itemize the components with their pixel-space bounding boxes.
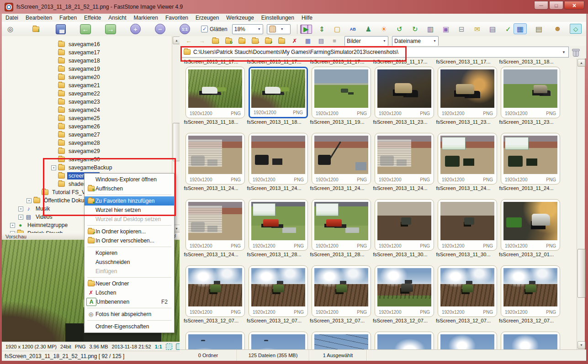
- tree-item-savegame22[interactable]: savegame22: [2, 90, 180, 98]
- menu-favoriten[interactable]: Favoriten: [162, 14, 192, 21]
- open-folder-icon[interactable]: ⇩: [30, 23, 42, 35]
- thumbnail-card[interactable]: [501, 332, 560, 349]
- slideshow-icon[interactable]: ▶: [300, 25, 312, 34]
- thumbnail-filename[interactable]: fsScreen_2013_11_24...: [180, 185, 243, 191]
- menu-hilfe[interactable]: Hilfe: [298, 14, 316, 21]
- context-menu-item-zu-favoriten-hinzufugen[interactable]: ★Zu Favoriten hinzufügen: [85, 196, 174, 206]
- thumbnail-card[interactable]: 1920x1200PNG: [185, 199, 245, 251]
- email-images-icon[interactable]: ✉: [471, 23, 483, 35]
- zoom-select[interactable]: 18%: [232, 24, 263, 34]
- compare-images-icon[interactable]: ▥: [425, 23, 436, 35]
- thumbnail-filename[interactable]: fsScreen_2013_12_07...: [495, 318, 558, 323]
- view-list-icon[interactable]: ≡: [329, 37, 340, 45]
- tree-item-savegame20[interactable]: savegame20: [2, 73, 180, 81]
- context-menu-item-umbenennen[interactable]: AUmbenennenF2: [85, 297, 174, 306]
- clone-stamp-icon[interactable]: ♟: [363, 23, 374, 35]
- menu-ansicht[interactable]: Ansicht: [105, 14, 130, 21]
- context-menu-item-ordner-eigenschaften[interactable]: Ordner-Eigenschaften: [85, 322, 174, 331]
- menu-datei[interactable]: Datei: [2, 14, 22, 21]
- thumbnail-card[interactable]: 1920x1200PNG: [249, 199, 308, 251]
- adjust-lighting-icon[interactable]: ☀: [378, 23, 390, 35]
- file-type-filter-select[interactable]: Bilder: [344, 36, 388, 46]
- thumbnail-card[interactable]: 1920x1200PNG: [438, 67, 497, 118]
- thumbnail-filename[interactable]: fsScreen_2013_11_24...: [243, 185, 306, 191]
- resize-icon[interactable]: ⇕: [316, 23, 328, 35]
- thumbnail-card[interactable]: 1920x1200PNG: [185, 67, 245, 118]
- thumbnail-card[interactable]: 1920x1200PNG: [312, 265, 371, 317]
- next-image-icon[interactable]: →: [105, 24, 116, 34]
- thumbnail-card[interactable]: 1920x1200PNG: [375, 265, 434, 317]
- forward-icon[interactable]: →: [196, 37, 207, 45]
- hand-tool-select[interactable]: [267, 24, 291, 34]
- context-menu-item-in-ordner-verschieben[interactable]: →In Ordner verschieben...: [85, 236, 174, 245]
- back-icon[interactable]: ←: [183, 37, 194, 45]
- tree-item-savegame26[interactable]: savegame26: [2, 122, 180, 131]
- thumbnail-card[interactable]: 1920x1200PNG: [501, 133, 560, 185]
- thumbnail-filename[interactable]: fsScreen_2013_11_17...: [369, 59, 432, 64]
- crop-board-icon[interactable]: ▢: [332, 23, 343, 35]
- thumb-scroll-thumb[interactable]: [577, 249, 585, 298]
- thumbnail-card[interactable]: 1920x1200PNG: [375, 199, 434, 251]
- context-menu-item-wurzel-auf-desktop-setzen[interactable]: Wurzel auf Desktop setzen: [85, 215, 174, 224]
- thumbnail-filename[interactable]: fsScreen_2013_11_24...: [306, 185, 369, 191]
- portrait-mode-icon[interactable]: ☻: [551, 23, 564, 34]
- screen-capture-icon[interactable]: ▣: [440, 23, 452, 35]
- refresh-folder-icon[interactable]: ↻: [223, 37, 234, 45]
- thumbnail-filename[interactable]: fsScreen_2013_11_17...: [180, 59, 243, 64]
- move-to-folder-icon[interactable]: →: [276, 37, 287, 45]
- context-menu-item-fotos-hier-abspeichern[interactable]: ◎Fotos hier abspeichern: [85, 310, 174, 319]
- thumbnail-filename[interactable]: fsScreen_2013_11_30...: [369, 252, 432, 257]
- tree-item-savegame28[interactable]: savegame28: [2, 139, 180, 147]
- actual-size-icon[interactable]: 1:1: [180, 24, 190, 34]
- thumbnail-card[interactable]: [185, 332, 245, 349]
- browser-mode-icon[interactable]: ▦: [514, 23, 527, 34]
- tree-item-savegame16[interactable]: savegame16: [2, 40, 180, 48]
- rotate-left-90-icon[interactable]: ↺: [394, 23, 405, 35]
- tree-item-savegame21[interactable]: savegame21: [2, 81, 180, 90]
- thumbnail-filename[interactable]: fsScreen_2013_11_18...: [243, 119, 306, 125]
- thumbnail-filename[interactable]: fsScreen_2013_11_24...: [369, 185, 432, 191]
- sort-order-select[interactable]: Dateiname: [392, 36, 439, 46]
- title-bar[interactable]: fsScreen_2013_11_18_21_52_11.png - FastS…: [0, 0, 588, 14]
- thumbnail-filename[interactable]: fsScreen_2013_12_07...: [243, 318, 306, 323]
- menu-erzeugen[interactable]: Erzeugen: [192, 14, 222, 21]
- thumbnail-filename[interactable]: fsScreen_2013_12_07...: [180, 318, 243, 323]
- tree-item-savegamebackup[interactable]: +savegameBackup: [2, 164, 180, 172]
- thumbnail-card[interactable]: 1920x1200PNG: [501, 67, 560, 118]
- recycle-bin-icon[interactable]: [571, 47, 580, 57]
- expander-icon[interactable]: +: [18, 206, 23, 211]
- delete-file-icon[interactable]: ✗: [289, 37, 300, 45]
- selector-tool-icon[interactable]: [166, 343, 172, 350]
- thumbnail-card[interactable]: [312, 332, 371, 349]
- tree-item-savegame19[interactable]: savegame19: [2, 65, 180, 73]
- thumbnail-card[interactable]: 1920x1200PNG: [312, 133, 371, 185]
- context-menu-item-auffrischen[interactable]: ↻Auffrischen: [85, 184, 174, 193]
- thumbnail-card[interactable]: 1920x1200PNG: [501, 199, 560, 251]
- thumbnail-filename[interactable]: fsScreen_2013_11_28...: [243, 252, 306, 257]
- thumbnail-scrollbar[interactable]: ▲ ▼: [577, 58, 585, 349]
- thumbnail-filename[interactable]: fsScreen_2013_11_23...: [432, 119, 495, 125]
- expander-icon[interactable]: +: [10, 223, 15, 228]
- thumbnail-filename[interactable]: fsScreen_2013_11_30...: [432, 252, 495, 257]
- rename-template-icon[interactable]: AB: [347, 23, 359, 35]
- acquire-photos-icon[interactable]: ◎: [5, 23, 16, 35]
- thumbnail-card[interactable]: 1920x1200PNG: [375, 67, 434, 118]
- address-bar[interactable]: C:\Users\Patrick Stauch\Documents\My Gam…: [181, 47, 569, 58]
- settings-check-icon[interactable]: ✓: [503, 23, 514, 35]
- context-menu-item-kopieren[interactable]: Kopieren: [85, 248, 174, 258]
- zoom-out-icon[interactable]: −: [155, 24, 165, 34]
- thumbnail-filename[interactable]: fsScreen_2013_11_28...: [306, 252, 369, 257]
- tree-item-savegame18[interactable]: savegame18: [2, 57, 180, 65]
- thumbnail-filename[interactable]: fsScreen_2013_11_18...: [495, 59, 558, 64]
- thumbnail-card[interactable]: 1920x1200PNG: [185, 265, 245, 317]
- save-as-icon[interactable]: [56, 24, 66, 34]
- context-menu-item-einfugen[interactable]: Einfügen: [85, 267, 174, 276]
- viewer-mode-icon[interactable]: ▤: [532, 23, 546, 34]
- tree-item-savegame25[interactable]: savegame25: [2, 114, 180, 122]
- thumbnail-filename[interactable]: fsScreen_2013_11_24...: [495, 185, 558, 191]
- thumbnail-filename[interactable]: fsScreen_2013_11_17...: [306, 59, 369, 64]
- context-menu-item-ausschneiden[interactable]: Ausschneiden: [85, 258, 174, 267]
- menu-werkzeuge[interactable]: Werkzeuge: [222, 14, 257, 21]
- rotate-right-90-icon[interactable]: ↻: [409, 23, 421, 35]
- thumbnail-filename[interactable]: fsScreen_2013_11_18...: [180, 119, 243, 125]
